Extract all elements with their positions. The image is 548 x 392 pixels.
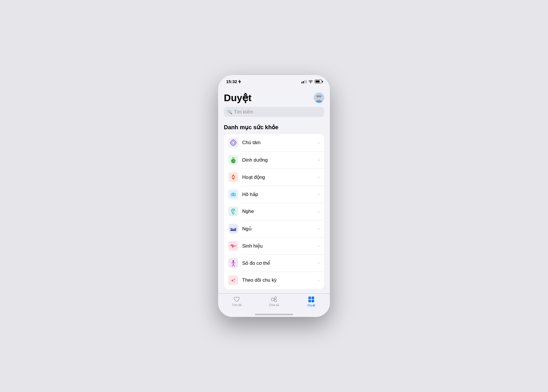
svg-point-26 (232, 176, 234, 178)
tab-tomtat[interactable]: Tóm tắt (227, 296, 247, 307)
signal-icon (302, 80, 307, 83)
search-bar[interactable]: 🔍 Tìm kiếm (224, 107, 324, 117)
tab-bar: Tóm tắt Chia sẻ (218, 293, 330, 313)
chevron-icon: › (318, 226, 320, 231)
svg-rect-56 (308, 300, 311, 302)
svg-point-47 (234, 279, 235, 280)
list-item[interactable]: Ngủ › (224, 220, 324, 237)
list-item[interactable]: Hô hấp › (224, 186, 324, 203)
svg-rect-29 (228, 224, 238, 234)
cycle-label: Theo dõi chu kỳ (242, 277, 318, 283)
wifi-icon (308, 80, 313, 83)
status-time: 15:32 (226, 79, 241, 84)
vitals-label: Sinh hiệu (242, 243, 318, 249)
svg-rect-54 (308, 297, 311, 299)
svg-point-50 (274, 297, 277, 299)
page-header: Duyệt (224, 86, 324, 107)
svg-rect-55 (312, 297, 314, 299)
sharing-icon (270, 296, 278, 303)
svg-point-10 (320, 96, 320, 97)
chevron-icon: › (318, 209, 320, 214)
list-item[interactable]: Hoạt động › (224, 168, 324, 186)
vitals-icon (228, 241, 238, 251)
nutrition-label: Dinh dưỡng (242, 157, 318, 163)
sleep-label: Ngủ (242, 226, 318, 232)
respiratory-label: Hô hấp (242, 191, 318, 197)
phone-frame: 15:32 (218, 75, 330, 317)
body-icon (228, 258, 238, 268)
search-placeholder: Tìm kiếm (234, 109, 253, 115)
svg-rect-31 (230, 230, 236, 231)
mindfulness-icon (228, 138, 238, 148)
battery-icon (315, 80, 322, 83)
svg-rect-3 (306, 80, 307, 83)
avatar-image (314, 93, 324, 103)
svg-point-24 (232, 161, 234, 162)
cycle-icon (228, 275, 238, 285)
list-item[interactable]: Chú tâm › (224, 134, 324, 151)
svg-rect-35 (234, 228, 236, 229)
status-bar: 15:32 (218, 75, 330, 86)
nutrition-icon (228, 155, 238, 165)
respiratory-icon (228, 189, 238, 199)
svg-rect-1 (303, 81, 304, 83)
svg-rect-2 (304, 80, 305, 83)
tab-chiase-label: Chia sẻ (269, 303, 279, 307)
chevron-icon: › (318, 261, 320, 265)
list-item[interactable]: Dinh dưỡng › (224, 151, 324, 168)
page-title: Duyệt (224, 92, 252, 103)
list-item[interactable]: Số đo cơ thể › (224, 254, 324, 272)
chevron-icon: › (318, 244, 320, 248)
svg-rect-34 (231, 228, 233, 229)
chevron-icon: › (318, 158, 320, 162)
svg-point-45 (232, 280, 233, 281)
tab-chiase[interactable]: Chia sẻ (264, 296, 284, 307)
svg-point-49 (271, 298, 274, 301)
home-indicator (255, 314, 293, 315)
tab-duyet-label: Duyệt (308, 304, 315, 307)
body-label: Số đo cơ thể (242, 260, 318, 266)
mindfulness-label: Chú tâm (242, 140, 318, 146)
avatar[interactable] (314, 93, 324, 103)
svg-point-9 (318, 96, 318, 97)
hearing-label: Nghe (242, 209, 318, 214)
svg-point-48 (234, 281, 235, 282)
list-item[interactable]: Nghe › (224, 203, 324, 220)
tab-tomtat-label: Tóm tắt (232, 303, 242, 307)
sleep-icon (228, 224, 238, 234)
status-icons (302, 80, 322, 83)
tab-duyet[interactable]: Duyệt (301, 296, 321, 307)
section-title: Danh mục sức khỏe (224, 124, 324, 131)
chevron-icon: › (318, 278, 320, 283)
activity-label: Hoạt động (242, 174, 318, 180)
svg-rect-0 (302, 82, 302, 83)
categories-list: Chú tâm › Dinh (224, 134, 324, 289)
main-scroll[interactable]: Duyệt (218, 86, 330, 293)
list-item[interactable]: Sinh hiệu › (224, 237, 324, 254)
chevron-icon: › (318, 192, 320, 197)
svg-rect-57 (312, 300, 314, 302)
chevron-icon: › (318, 175, 320, 179)
list-item[interactable]: Theo dõi chu kỳ › (224, 272, 324, 289)
screen-content: Duyệt (218, 86, 330, 317)
hearing-icon (228, 207, 238, 216)
activity-icon (228, 172, 238, 182)
heart-icon (233, 296, 240, 303)
time-label: 15:32 (226, 79, 237, 84)
svg-point-51 (274, 300, 277, 302)
search-icon: 🔍 (227, 110, 232, 114)
chevron-icon: › (318, 140, 320, 145)
browse-icon (308, 296, 315, 303)
location-icon (238, 80, 241, 84)
